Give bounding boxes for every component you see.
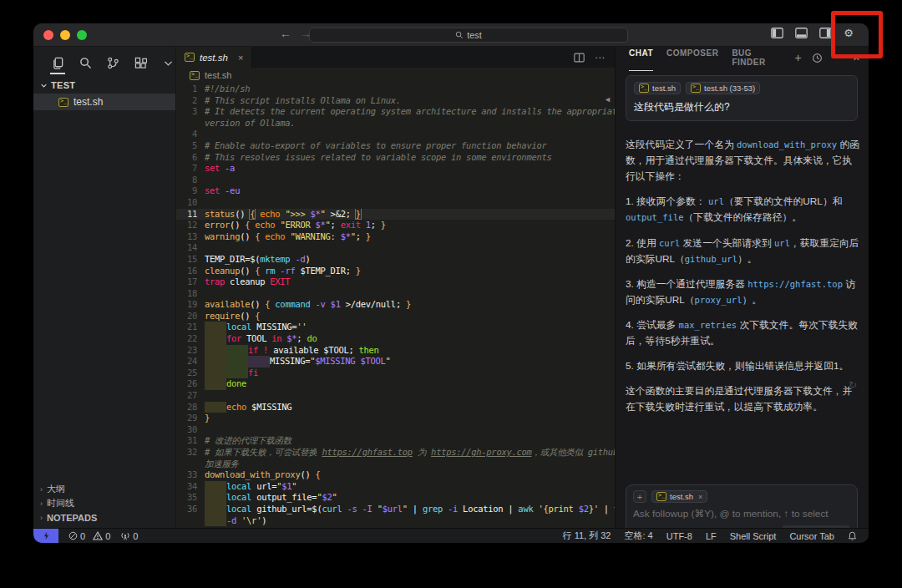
- code-line[interactable]: 20require() {: [176, 311, 615, 322]
- source-control-icon[interactable]: [105, 55, 120, 70]
- code-line[interactable]: 13warning() { echo "WARNING: $*"; }: [176, 231, 615, 243]
- code-text: version of Ollama.: [205, 118, 615, 129]
- status-item[interactable]: Cursor Tab: [789, 531, 834, 541]
- code-text: [205, 242, 615, 254]
- code-line[interactable]: 12error() { echo "ERROR $*"; exit 1; }: [176, 220, 615, 231]
- nav-back-icon[interactable]: ←: [280, 27, 291, 40]
- code-line[interactable]: 16cleanup() { rm -rf $TEMP_DIR; }: [176, 266, 615, 277]
- user-message[interactable]: test.shtest.sh (33-53) 这段代码是做什么的?: [626, 75, 858, 121]
- line-number: 35: [176, 492, 205, 504]
- status-item[interactable]: Shell Script: [730, 531, 777, 541]
- line-number: 7: [176, 163, 205, 175]
- code-line[interactable]: 加速服务: [176, 459, 615, 470]
- maximize-window-button[interactable]: [77, 30, 87, 40]
- extensions-icon[interactable]: [133, 55, 148, 70]
- breadcrumb[interactable]: test.sh: [176, 68, 615, 83]
- code-line[interactable]: 36local github_url=$(curl -s -I "$url" |…: [176, 504, 615, 515]
- chat-tab-bug-finder[interactable]: BUG FINDER: [732, 44, 781, 71]
- ports-indicator[interactable]: 0: [120, 531, 138, 541]
- new-chat-icon[interactable]: +: [795, 51, 802, 64]
- remove-context-icon[interactable]: ×: [698, 493, 702, 501]
- status-item[interactable]: UTF-8: [666, 531, 692, 541]
- code-line[interactable]: 30: [176, 424, 615, 436]
- code-line[interactable]: 1#!/bin/sh: [176, 84, 615, 95]
- code-line[interactable]: 23if ! available $TOOL; then: [176, 345, 615, 357]
- code-text: [205, 197, 615, 209]
- file-reference-chip[interactable]: test.sh (33-53): [686, 82, 760, 94]
- status-item[interactable]: 空格: 4: [625, 530, 653, 542]
- code-line[interactable]: -d '\r'): [176, 515, 615, 527]
- more-actions-icon[interactable]: ⋯: [595, 52, 605, 63]
- history-icon[interactable]: [812, 53, 823, 63]
- code-line[interactable]: 26done: [176, 378, 615, 390]
- line-number: 34: [176, 481, 205, 493]
- code-line[interactable]: 29}: [176, 413, 615, 424]
- toggle-bottom-panel-icon[interactable]: [795, 28, 808, 38]
- code-line[interactable]: 19available() { command -v $1 >/dev/null…: [176, 299, 615, 311]
- chat-tab-chat[interactable]: CHAT: [629, 44, 653, 71]
- code-line[interactable]: version of Ollama.: [176, 118, 615, 129]
- code-line[interactable]: 10: [176, 197, 615, 209]
- code-line[interactable]: 22for TOOL in $*; do: [176, 333, 615, 345]
- folder-root[interactable]: TEST: [33, 75, 175, 94]
- sidebar-section-notepads[interactable]: ›NOTEPADS: [33, 510, 175, 525]
- close-window-button[interactable]: [43, 30, 53, 40]
- code-line[interactable]: 8: [176, 175, 615, 186]
- code-line[interactable]: 14: [176, 242, 615, 254]
- code-line[interactable]: 3# It detects the current operating syst…: [176, 106, 615, 118]
- context-chip[interactable]: test.sh ×: [651, 490, 707, 503]
- line-number: 28: [176, 402, 205, 413]
- code-editor[interactable]: 1#!/bin/sh2# This script installs Ollama…: [176, 84, 615, 528]
- code-line[interactable]: 24MISSING="$MISSING $TOOL": [176, 356, 615, 368]
- code-text: fi: [205, 368, 615, 379]
- problems-indicator[interactable]: 0 0: [68, 531, 110, 541]
- code-line[interactable]: 32# 如果下载失败，可尝试替换 https://ghfast.top 为 ht…: [176, 447, 615, 459]
- status-item[interactable]: 行 11, 列 32: [563, 530, 611, 542]
- code-line[interactable]: 33download_with_proxy() {: [176, 469, 615, 481]
- code-line[interactable]: 21local MISSING='': [176, 322, 615, 333]
- chevron-down-icon[interactable]: [160, 55, 175, 70]
- toggle-left-sidebar-icon[interactable]: [771, 28, 783, 38]
- search-icon[interactable]: [78, 55, 93, 70]
- remote-indicator[interactable]: [33, 529, 58, 544]
- command-center-search[interactable]: test: [309, 28, 628, 43]
- split-editor-icon[interactable]: [574, 53, 585, 63]
- chat-tab-composer[interactable]: COMPOSER: [666, 44, 718, 71]
- chevron-right-icon: ›: [40, 499, 43, 508]
- code-line[interactable]: 34local url="$1": [176, 481, 615, 493]
- code-line[interactable]: 7set -a: [176, 163, 615, 175]
- editor-tab-test-sh[interactable]: test.sh ×: [176, 47, 252, 68]
- status-item[interactable]: LF: [706, 531, 717, 541]
- code-line[interactable]: 11status() { echo ">>> $*" >&2; }: [176, 209, 615, 220]
- notifications-bell-icon[interactable]: [848, 531, 857, 541]
- code-line[interactable]: 9set -eu: [176, 185, 615, 197]
- file-item-test-sh[interactable]: test.sh: [33, 94, 175, 110]
- sidebar-section-大纲[interactable]: ›大纲: [33, 482, 175, 496]
- editor-group: test.sh × ⋯ test.sh 1#!/bin/sh2# This sc…: [175, 47, 615, 528]
- code-line[interactable]: 6# This resolves issues related to varia…: [176, 152, 615, 164]
- code-line[interactable]: 4: [176, 129, 615, 140]
- code-line[interactable]: 17trap cleanup EXIT: [176, 276, 615, 288]
- code-line[interactable]: 15TEMP_DIR=$(mktemp -d): [176, 254, 615, 266]
- explorer-icon[interactable]: [50, 55, 65, 70]
- line-number: 10: [176, 197, 205, 209]
- code-line[interactable]: 28echo $MISSING: [176, 402, 615, 413]
- sidebar-section-时间线[interactable]: ›时间线: [33, 496, 175, 510]
- code-line[interactable]: 31# 改进的代理下载函数: [176, 435, 615, 447]
- code-line[interactable]: 18: [176, 288, 615, 300]
- minimize-window-button[interactable]: [60, 30, 70, 40]
- line-number: 16: [176, 266, 205, 277]
- close-tab-icon[interactable]: ×: [238, 53, 243, 63]
- line-number: 30: [176, 424, 205, 436]
- code-line[interactable]: 5# Enable auto-export of variables to en…: [176, 140, 615, 152]
- answer-paragraph: 3. 构造一个通过代理服务器 https://ghfast.top 访问的实际U…: [626, 276, 861, 308]
- code-line[interactable]: 27: [176, 390, 615, 402]
- line-number: 18: [176, 288, 205, 300]
- code-line[interactable]: 2# This script installs Ollama on Linux.: [176, 95, 615, 107]
- add-context-icon[interactable]: +: [633, 490, 646, 503]
- shell-file-icon: [656, 492, 666, 501]
- code-line[interactable]: 35local output_file="$2": [176, 492, 615, 504]
- answer-actions-icon[interactable]: ↻: [849, 379, 857, 391]
- code-line[interactable]: 25fi: [176, 368, 615, 379]
- file-reference-chip[interactable]: test.sh: [634, 82, 681, 94]
